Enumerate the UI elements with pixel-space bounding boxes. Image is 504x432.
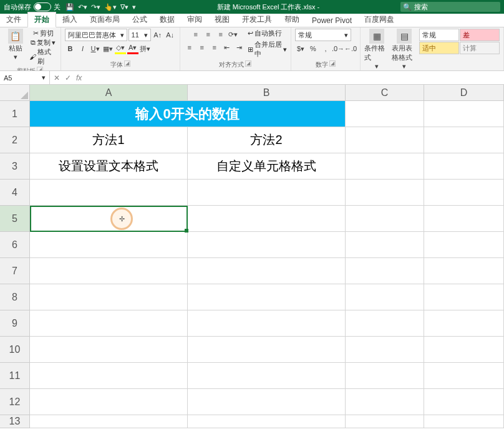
number-format-select[interactable]: 常规▾ <box>295 29 351 41</box>
cell-A3[interactable]: 设置设置文本格式 <box>30 153 188 180</box>
col-header-B[interactable]: B <box>188 85 346 101</box>
cut-button[interactable]: ✂剪切 <box>33 29 54 38</box>
merge-center-button[interactable]: ⊞合并后居中▾ <box>248 40 287 59</box>
comma-icon[interactable]: , <box>320 43 331 54</box>
bold-button[interactable]: B <box>65 43 76 54</box>
style-bad[interactable]: 差 <box>460 29 500 41</box>
autosave-toggle[interactable]: 自动保存 关 <box>4 2 61 12</box>
decrease-decimal-icon[interactable]: ←.0 <box>345 43 356 54</box>
cell-C13[interactable] <box>346 415 424 428</box>
name-box[interactable]: A5▾ <box>0 71 50 84</box>
row-header-3[interactable]: 3 <box>0 153 30 180</box>
font-name-select[interactable]: 阿里巴巴普惠体▾ <box>65 29 127 41</box>
row-header-10[interactable]: 10 <box>0 337 30 363</box>
cell-styles-gallery[interactable]: 常规 差 适中 计算 <box>419 29 500 54</box>
row-header-2[interactable]: 2 <box>0 127 30 153</box>
cell-B12[interactable] <box>188 389 346 415</box>
cell-A5[interactable] <box>30 206 188 232</box>
cancel-icon[interactable]: ✕ <box>54 74 60 82</box>
cell-A12[interactable] <box>30 389 188 415</box>
col-header-D[interactable]: D <box>424 85 504 101</box>
increase-decimal-icon[interactable]: .0→ <box>332 43 344 54</box>
row-header-12[interactable]: 12 <box>0 389 30 415</box>
fill-color-button[interactable]: ◇▾ <box>115 43 126 54</box>
tab-insert[interactable]: 插入 <box>56 12 84 27</box>
align-top-icon[interactable]: ≡ <box>190 29 201 40</box>
cell-C7[interactable] <box>346 258 424 284</box>
decrease-font-icon[interactable]: A↓ <box>165 29 176 41</box>
indent-decrease-icon[interactable]: ⇤ <box>221 42 233 53</box>
percent-icon[interactable]: % <box>308 43 319 54</box>
cell-D11[interactable] <box>424 363 504 389</box>
row-header-11[interactable]: 11 <box>0 363 30 389</box>
cell-C11[interactable] <box>346 363 424 389</box>
touch-icon[interactable]: 👆▾ <box>104 3 117 11</box>
cell-D4[interactable] <box>424 180 504 206</box>
cell-D12[interactable] <box>424 389 504 415</box>
cell-C2[interactable] <box>346 127 424 153</box>
cell-B2[interactable]: 方法2 <box>188 127 346 153</box>
cell-C10[interactable] <box>346 337 424 363</box>
search-box[interactable]: 🔍 搜索 <box>400 2 500 12</box>
font-size-select[interactable]: 11▾ <box>128 29 151 41</box>
cell-A10[interactable] <box>30 337 188 363</box>
align-right-icon[interactable]: ≡ <box>209 42 220 53</box>
cell-C8[interactable] <box>346 284 424 310</box>
copy-button[interactable]: ⧉复制▾ <box>31 38 56 47</box>
underline-button[interactable]: U▾ <box>90 43 101 54</box>
cell-B7[interactable] <box>188 258 346 284</box>
cell-D3[interactable] <box>424 153 504 180</box>
cell-D1[interactable] <box>424 101 504 127</box>
format-as-table-button[interactable]: ▤表用表格格式▾ <box>392 29 417 70</box>
col-header-A[interactable]: A <box>30 85 188 101</box>
cell-D10[interactable] <box>424 337 504 363</box>
cell-B8[interactable] <box>188 284 346 310</box>
confirm-icon[interactable]: ✓ <box>65 74 71 82</box>
wrap-text-button[interactable]: ↩自动换行 <box>248 29 282 38</box>
align-left-icon[interactable]: ≡ <box>184 42 195 53</box>
cell-D2[interactable] <box>424 127 504 153</box>
save-icon[interactable]: 💾 <box>65 3 74 11</box>
cell-C9[interactable] <box>346 310 424 337</box>
tab-file[interactable]: 文件 <box>0 12 27 27</box>
align-center-icon[interactable]: ≡ <box>196 42 208 53</box>
cell-D13[interactable] <box>424 415 504 428</box>
cell-B10[interactable] <box>188 337 346 363</box>
cell-D5[interactable] <box>424 206 504 232</box>
cell-B6[interactable] <box>188 232 346 258</box>
cell-A9[interactable] <box>30 310 188 337</box>
tab-dev[interactable]: 开发工具 <box>236 12 278 27</box>
cell-A13[interactable] <box>30 415 188 428</box>
cell-D8[interactable] <box>424 284 504 310</box>
cell-C12[interactable] <box>346 389 424 415</box>
dialog-launcher-icon[interactable]: ◢ <box>245 60 251 67</box>
cell-A2[interactable]: 方法1 <box>30 127 188 153</box>
tab-help[interactable]: 帮助 <box>278 12 306 27</box>
row-header-6[interactable]: 6 <box>0 232 30 258</box>
tab-home[interactable]: 开始 <box>27 12 56 27</box>
cell-D6[interactable] <box>424 232 504 258</box>
tab-layout[interactable]: 页面布局 <box>84 12 126 27</box>
row-header-7[interactable]: 7 <box>0 258 30 284</box>
phonetic-button[interactable]: 拼▾ <box>140 43 151 54</box>
style-good[interactable]: 适中 <box>419 42 459 54</box>
dialog-launcher-icon[interactable]: ◢ <box>124 60 130 67</box>
col-header-C[interactable]: C <box>346 85 424 101</box>
format-painter-button[interactable]: 🖌格式刷 <box>29 47 56 66</box>
currency-icon[interactable]: $▾ <box>295 43 306 54</box>
italic-button[interactable]: I <box>77 43 89 54</box>
cell-D9[interactable] <box>424 310 504 337</box>
indent-increase-icon[interactable]: ⇥ <box>234 42 245 53</box>
filter-icon[interactable]: ∇▾ <box>120 3 128 11</box>
row-header-8[interactable]: 8 <box>0 284 30 310</box>
row-header-4[interactable]: 4 <box>0 180 30 206</box>
border-button[interactable]: ▦▾ <box>102 43 114 54</box>
cell-C1[interactable] <box>346 101 424 127</box>
tab-baidu[interactable]: 百度网盘 <box>358 12 400 27</box>
cell-B9[interactable] <box>188 310 346 337</box>
cell-A4[interactable] <box>30 180 188 206</box>
row-header-5[interactable]: 5 <box>0 206 30 232</box>
tab-powerpivot[interactable]: Power Pivot <box>306 14 358 27</box>
cell-A1B1-merged[interactable]: 输入0开头的数值 <box>30 101 346 127</box>
style-normal[interactable]: 常规 <box>419 29 459 41</box>
